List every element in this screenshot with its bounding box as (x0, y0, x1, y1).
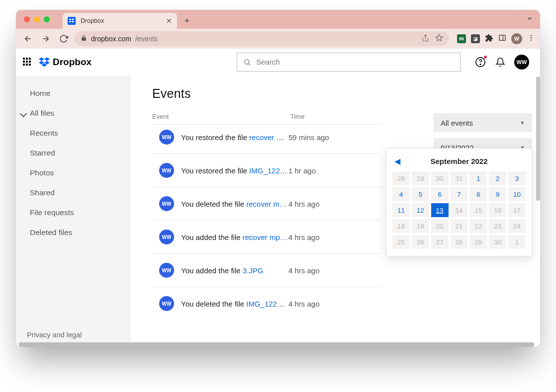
sidebar-item-photos[interactable]: Photos (16, 163, 130, 183)
extensions-puzzle-icon[interactable] (485, 34, 493, 44)
calendar-day[interactable]: 9 (489, 187, 506, 201)
app-switcher-icon[interactable] (23, 58, 32, 67)
event-file-link[interactable]: IMG_1222.… (246, 300, 288, 308)
brand-logo[interactable]: Dropbox (39, 57, 92, 68)
sidebar-item-starred[interactable]: Starred (16, 143, 130, 163)
reload-button[interactable] (57, 32, 71, 46)
event-row[interactable]: WWYou restored the file IMG_1222…1 hr ag… (152, 154, 381, 187)
calendar-day: 17 (508, 203, 526, 217)
browser-window: Dropbox ✕ + dropbox.com/events 95 (16, 10, 540, 347)
scope-filter-dropdown[interactable]: All events ▼ (434, 113, 532, 132)
event-text: You restored the file recover m… (181, 133, 288, 142)
sidebar-item-home[interactable]: Home (16, 83, 130, 103)
calendar-day: 1 (508, 235, 526, 249)
calendar-day: 30 (431, 171, 449, 185)
calendar-day[interactable]: 3 (508, 171, 526, 185)
calendar-day[interactable]: 4 (392, 187, 410, 201)
panel-icon[interactable] (498, 34, 506, 44)
address-bar[interactable]: dropbox.com/events (75, 31, 449, 46)
page-title: Events (152, 86, 540, 101)
svg-point-12 (480, 64, 480, 64)
event-avatar: WW (159, 196, 174, 211)
extension-icon[interactable]: 95 (457, 34, 466, 43)
search-icon (243, 58, 251, 66)
calendar-day: 29 (469, 235, 487, 249)
browser-tab[interactable]: Dropbox ✕ (63, 13, 177, 29)
share-icon[interactable] (422, 34, 429, 44)
close-window-icon[interactable] (24, 16, 30, 22)
tab-title: Dropbox (81, 17, 161, 24)
bookmark-star-icon[interactable] (435, 34, 443, 44)
maximize-window-icon[interactable] (44, 16, 50, 22)
event-row[interactable]: WWYou restored the file recover m…59 min… (152, 124, 381, 154)
help-button[interactable] (474, 56, 486, 68)
back-button[interactable] (21, 32, 35, 46)
column-time: Time (290, 113, 304, 120)
event-row[interactable]: WWYou added the file recover mp…4 hrs ag… (152, 220, 381, 253)
minimize-window-icon[interactable] (34, 16, 40, 22)
lock-icon (81, 34, 87, 43)
vertical-scrollbar[interactable] (536, 77, 540, 201)
sidebar-item-recents[interactable]: Recents (16, 123, 130, 143)
calendar-day[interactable]: 13 (431, 203, 449, 217)
event-row[interactable]: WWYou deleted the file IMG_1222.…4 hrs a… (152, 287, 381, 320)
calendar-day[interactable]: 2 (489, 171, 506, 185)
sidebar-footer-link[interactable]: Privacy and legal (27, 331, 82, 339)
url-host: dropbox.com (91, 35, 131, 43)
calendar-day[interactable]: 12 (412, 203, 429, 217)
search-input[interactable]: Search (237, 53, 461, 72)
toolbar-right: 95 ◪ W (453, 33, 535, 44)
sidebar-item-deleted-files[interactable]: Deleted files (16, 223, 130, 242)
extension-icon[interactable]: ◪ (471, 34, 480, 43)
forward-button[interactable] (39, 32, 53, 46)
events-list: WWYou restored the file recover m…59 min… (152, 124, 381, 320)
profile-avatar[interactable]: W (511, 33, 522, 44)
event-text: You added the file recover mp… (181, 233, 288, 241)
user-avatar[interactable]: WW (514, 55, 529, 70)
events-header: Event Time (152, 113, 381, 124)
new-tab-button[interactable]: + (180, 14, 194, 28)
horizontal-scrollbar[interactable] (19, 342, 534, 347)
kebab-menu-icon[interactable] (527, 34, 535, 44)
event-file-link[interactable]: IMG_1222… (249, 166, 288, 175)
calendar-day[interactable]: 8 (469, 187, 487, 201)
calendar-day[interactable]: 11 (392, 203, 410, 217)
date-picker: ◀ September 2022 28293031123456789101112… (386, 148, 532, 256)
svg-rect-4 (499, 35, 505, 41)
calendar-day[interactable]: 1 (469, 171, 487, 185)
sidebar-item-all-files[interactable]: All files (16, 103, 130, 123)
calendar-day: 19 (412, 219, 429, 233)
event-file-link[interactable]: 3.JPG (243, 266, 264, 275)
calendar-day: 30 (489, 235, 506, 249)
calendar-day[interactable]: 5 (412, 187, 429, 201)
tabs-overflow-icon[interactable] (526, 15, 533, 24)
calendar-day[interactable]: 10 (508, 187, 526, 201)
calendar-day: 16 (489, 203, 506, 217)
event-avatar: WW (159, 230, 174, 244)
svg-point-9 (245, 59, 249, 64)
event-row[interactable]: WWYou added the file 3.JPG4 hrs ago (152, 253, 381, 287)
sidebar-item-shared[interactable]: Shared (16, 183, 130, 203)
event-row[interactable]: WWYou deleted the file recover m…4 hrs a… (152, 187, 381, 220)
event-file-link[interactable]: recover mp… (243, 233, 287, 241)
event-avatar: WW (159, 163, 174, 178)
event-file-link[interactable]: recover m… (249, 133, 288, 142)
calendar-day[interactable]: 6 (431, 187, 449, 201)
event-time: 4 hrs ago (288, 233, 320, 241)
sidebar-item-file-requests[interactable]: File requests (16, 203, 130, 223)
event-text: You deleted the file recover m… (181, 200, 288, 208)
window-controls[interactable] (22, 10, 54, 29)
dropbox-favicon-icon (68, 17, 76, 25)
prev-month-button[interactable]: ◀ (394, 157, 400, 166)
calendar-day[interactable]: 7 (451, 187, 468, 201)
page-content: Dropbox Search WW (16, 49, 540, 347)
calendar-month-label: September 2022 (430, 157, 487, 165)
url-path: /events (135, 35, 158, 43)
calendar-day: 31 (451, 171, 468, 185)
event-file-link[interactable]: recover m… (246, 200, 287, 208)
event-time: 4 hrs ago (288, 200, 320, 208)
notifications-button[interactable] (494, 56, 506, 68)
sidebar: HomeAll filesRecentsStarredPhotosSharedF… (16, 49, 130, 347)
column-event: Event (152, 113, 290, 120)
close-tab-icon[interactable]: ✕ (166, 17, 172, 25)
